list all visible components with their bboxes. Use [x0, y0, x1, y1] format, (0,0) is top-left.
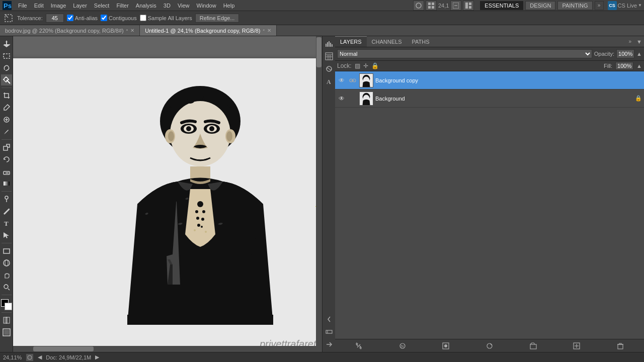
shape-tool[interactable]	[1, 245, 12, 256]
workspace-essentials[interactable]: ESSENTIALS	[480, 1, 523, 10]
brush-tool-icon[interactable]	[413, 1, 424, 11]
menu-analysis[interactable]: Analysis	[133, 2, 159, 10]
menu-edit[interactable]: Edit	[31, 2, 47, 10]
layer-item-background-copy[interactable]: 👁 Background copy	[335, 71, 644, 89]
adjustments-icon[interactable]	[324, 63, 335, 74]
gradient-tool[interactable]	[1, 178, 12, 189]
histogram-icon[interactable]	[324, 38, 335, 49]
collapse-right-icon[interactable]	[324, 314, 335, 325]
refine-edge-button[interactable]: Refine Edge...	[195, 14, 239, 23]
zoom-level: 24,11%	[3, 354, 22, 360]
grid-icon[interactable]	[426, 1, 437, 11]
lock-all-icon[interactable]: 🔒	[371, 62, 379, 69]
cs-live-section: CS CS Live ▼	[608, 1, 642, 10]
layer-link-background-copy[interactable]	[348, 76, 357, 85]
history-brush-tool[interactable]	[1, 154, 12, 165]
pen-tool[interactable]	[1, 206, 12, 217]
brush-tool[interactable]	[1, 126, 12, 137]
menu-file[interactable]: File	[15, 2, 30, 10]
screen-mode-tool[interactable]	[1, 327, 12, 338]
menu-help[interactable]: Help	[220, 2, 238, 10]
magic-wand-tool[interactable]	[1, 74, 12, 85]
3d-tool[interactable]	[1, 257, 12, 268]
blend-mode-select[interactable]: Normal	[337, 49, 592, 58]
tab-channels[interactable]: CHANNELS	[367, 36, 407, 47]
layer-group-btn[interactable]	[528, 341, 538, 350]
lasso-tool[interactable]	[1, 62, 12, 73]
tab-layers[interactable]: LAYERS	[335, 36, 367, 47]
svg-rect-5	[428, 6, 431, 9]
workspace-painting[interactable]: PAINTING	[557, 1, 592, 10]
clone-stamp-tool[interactable]	[1, 142, 12, 153]
path-selection-tool[interactable]	[1, 230, 12, 241]
layer-new-btn[interactable]	[572, 341, 582, 350]
layer-fx-btn[interactable]: fx	[397, 341, 408, 350]
layer-visibility-background-copy[interactable]: 👁	[337, 76, 346, 85]
marquee-tool[interactable]	[1, 50, 12, 61]
menu-filter[interactable]: Filter	[113, 2, 131, 10]
zoom-level-btn[interactable]	[26, 353, 34, 361]
contiguous-checkbox[interactable]	[101, 15, 107, 21]
tab-bodrov-close[interactable]: ✕	[130, 28, 134, 33]
layer-mask-btn[interactable]	[441, 341, 451, 350]
tab-untitled[interactable]: Untitled-1 @ 24,1% (Background copy, RGB…	[140, 25, 277, 36]
opacity-stepper[interactable]: ▲	[636, 51, 642, 57]
layer-link-btn[interactable]	[354, 341, 364, 350]
tab-untitled-close[interactable]: ✕	[267, 28, 271, 33]
character-icon[interactable]: A	[324, 76, 335, 87]
move-tool[interactable]	[1, 38, 12, 49]
canvas-horizontal-scrollbar[interactable]	[13, 346, 316, 352]
svg-point-35	[5, 260, 8, 266]
crop-tool[interactable]	[1, 90, 12, 101]
layout-icon[interactable]	[463, 1, 474, 11]
quick-mask-tool[interactable]	[1, 315, 12, 326]
eraser-tool[interactable]	[1, 166, 12, 177]
zoom-tool[interactable]	[1, 282, 12, 293]
opacity-input[interactable]	[616, 49, 634, 58]
layer-delete-btn[interactable]	[615, 341, 625, 350]
panel-collapse-btn[interactable]: ▼	[634, 39, 644, 45]
layer-item-background[interactable]: 👁 Background 🔒	[335, 89, 644, 108]
table-icon[interactable]	[324, 51, 335, 62]
status-left-arrow[interactable]: ◀	[38, 354, 42, 360]
workspace-design[interactable]: DESIGN	[525, 1, 555, 10]
svg-point-96	[444, 344, 447, 347]
tolerance-input[interactable]	[46, 14, 64, 23]
menu-select[interactable]: Select	[91, 2, 113, 10]
zoom-icon[interactable]	[450, 1, 461, 11]
menu-layer[interactable]: Layer	[70, 2, 90, 10]
cs-live-label[interactable]: CS Live	[618, 3, 637, 9]
fill-label: Fill:	[604, 63, 612, 69]
sample-all-checkbox[interactable]	[140, 15, 146, 21]
tab-paths[interactable]: PATHS	[407, 36, 435, 47]
layer-adjustment-btn[interactable]	[485, 341, 495, 350]
tab-bodrov[interactable]: bodrov.jpg @ 220% (Background copy, RGB/…	[0, 25, 140, 36]
menu-window[interactable]: Window	[194, 2, 219, 10]
right-icon-strip: A	[322, 36, 335, 352]
status-right-arrow[interactable]: ▶	[95, 354, 99, 360]
healing-brush-tool[interactable]	[1, 114, 12, 125]
workspace-more-icon[interactable]: »	[595, 1, 604, 10]
menu-image[interactable]: Image	[48, 2, 69, 10]
svg-rect-71	[330, 43, 331, 47]
hand-tool[interactable]	[1, 269, 12, 281]
eyedropper-tool[interactable]	[1, 102, 12, 113]
color-swatches[interactable]	[1, 299, 12, 310]
anti-alias-checkbox[interactable]	[67, 15, 73, 21]
layer-visibility-background[interactable]: 👁	[337, 94, 346, 103]
menu-view[interactable]: View	[175, 2, 193, 10]
fill-input[interactable]	[615, 62, 633, 70]
canvas-vertical-scrollbar[interactable]	[316, 36, 322, 352]
lock-pixels-icon[interactable]: ▨	[355, 62, 360, 69]
svg-point-2	[416, 3, 421, 8]
dodge-tool[interactable]	[1, 194, 12, 205]
extra-icon2[interactable]	[324, 339, 335, 350]
text-tool[interactable]: T	[1, 218, 12, 229]
cs-live-dropdown-icon[interactable]: ▼	[638, 3, 642, 8]
fill-stepper[interactable]: ▲	[636, 63, 642, 69]
menu-3d[interactable]: 3D	[160, 2, 174, 10]
panel-expand-btn[interactable]: »	[626, 39, 635, 44]
extra-icon1[interactable]	[324, 326, 335, 337]
background-color[interactable]	[5, 303, 12, 310]
lock-position-icon[interactable]: ✛	[363, 62, 368, 69]
